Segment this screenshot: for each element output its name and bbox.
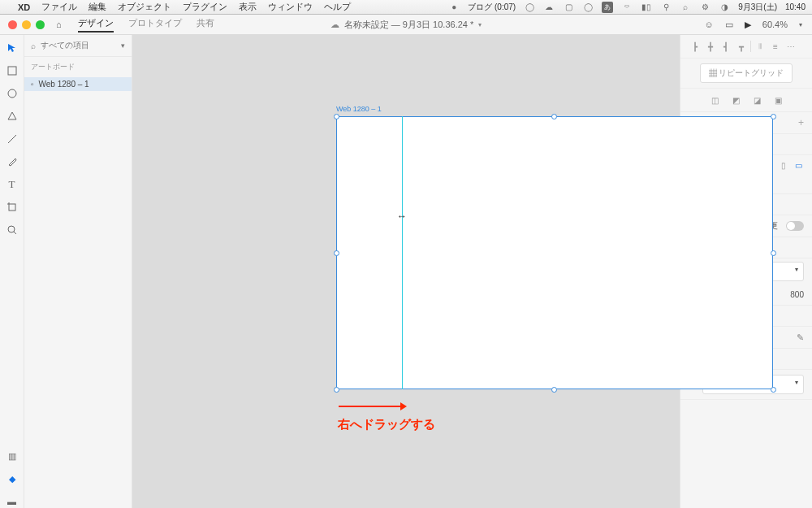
zoom-window-icon[interactable] xyxy=(36,20,45,29)
play-preview-icon[interactable]: ▶ xyxy=(745,20,751,30)
eyedropper-icon[interactable]: ✎ xyxy=(797,332,804,343)
menubar-time[interactable]: 10:40 xyxy=(785,2,806,11)
svg-point-6 xyxy=(8,226,15,232)
circle-icon[interactable]: ◯ xyxy=(582,2,594,13)
line-tool-icon[interactable] xyxy=(6,132,19,145)
align-right-icon[interactable]: ┫ xyxy=(719,40,732,53)
layer-item-web1280[interactable]: ▫ Web 1280 – 1 xyxy=(24,77,132,91)
zoom-level[interactable]: 60.4% xyxy=(762,20,788,29)
tool-strip: T ▥ ◆ ▬ xyxy=(0,35,24,508)
tab-design[interactable]: デザイン xyxy=(78,17,114,33)
layers-panel-icon[interactable]: ◆ xyxy=(6,472,19,485)
add-component-icon[interactable]: + xyxy=(798,117,804,128)
chevron-down-icon[interactable]: ▾ xyxy=(121,41,125,50)
align-top-icon[interactable]: ┳ xyxy=(735,40,748,53)
resize-handle-sw[interactable] xyxy=(334,387,339,393)
svg-line-2 xyxy=(8,135,16,143)
plugins-panel-icon[interactable]: ▬ xyxy=(6,495,19,508)
window-controls[interactable] xyxy=(0,20,45,29)
search-placeholder: すべての項目 xyxy=(41,40,89,51)
profile-icon[interactable]: ☺ xyxy=(705,20,714,29)
blog-timer[interactable]: ブログ (0:07) xyxy=(468,2,516,13)
document-title[interactable]: 名称未設定 — 9月3日 10.36.24 * xyxy=(344,19,474,31)
svg-rect-0 xyxy=(8,67,16,75)
menu-view[interactable]: 表示 xyxy=(239,1,257,13)
wifi-icon[interactable]: ⚲ xyxy=(660,2,672,13)
intersect-icon[interactable]: ◪ xyxy=(750,93,763,106)
layer-search[interactable]: ⌕ すべての項目 ▾ xyxy=(24,35,132,57)
input-icon[interactable]: あ xyxy=(602,2,613,13)
menu-help[interactable]: ヘルプ xyxy=(324,1,351,13)
polygon-tool-icon[interactable] xyxy=(6,110,19,123)
chevron-down-icon: ▾ xyxy=(795,266,798,277)
portrait-icon[interactable]: ▯ xyxy=(778,158,788,172)
artboard-tool-icon[interactable] xyxy=(6,201,19,214)
select-tool-icon[interactable] xyxy=(6,41,19,54)
distribute-v-icon[interactable]: ≡ xyxy=(769,40,782,53)
dropdown-chevron-icon[interactable]: ▾ xyxy=(478,21,482,28)
landscape-icon[interactable]: ▭ xyxy=(793,158,804,172)
zoom-chevron-icon[interactable]: ▾ xyxy=(799,21,802,28)
resize-handle-ne[interactable] xyxy=(771,114,776,119)
menu-edit[interactable]: 編集 xyxy=(89,1,106,13)
minimize-window-icon[interactable] xyxy=(22,20,31,29)
search-icon[interactable]: ⌕ xyxy=(680,2,691,13)
control-center-icon[interactable]: ⚙ xyxy=(699,2,710,13)
cloud-sync-icon: ☁ xyxy=(330,20,339,30)
cloud-icon[interactable]: ☁ xyxy=(543,2,555,13)
repeat-grid-button[interactable]: ▦ リピートグリッド xyxy=(700,63,793,83)
mobile-preview-icon[interactable]: ▭ xyxy=(725,20,733,30)
close-window-icon[interactable] xyxy=(8,20,17,29)
menu-plugin[interactable]: プラグイン xyxy=(183,1,227,13)
viewport-height-value[interactable]: 800 xyxy=(790,290,804,299)
menubar-date[interactable]: 9月3日(土) xyxy=(738,2,777,13)
home-icon[interactable]: ⌂ xyxy=(56,20,62,29)
artboard-icon: ▫ xyxy=(31,80,34,89)
tab-prototype[interactable]: プロトタイプ xyxy=(128,17,182,33)
vertical-guide[interactable] xyxy=(402,116,403,389)
siri-icon[interactable]: ◑ xyxy=(719,2,730,13)
status-icon-1[interactable]: ◯ xyxy=(524,2,535,13)
bluetooth-icon[interactable]: ⌔ xyxy=(621,2,633,13)
zoom-tool-icon[interactable] xyxy=(6,224,19,237)
align-more-icon[interactable]: ⋯ xyxy=(784,40,797,53)
grid-icon: ▦ xyxy=(709,68,717,77)
artboards-section-label: アートボード xyxy=(24,57,132,77)
annotation-arrow-icon xyxy=(339,401,407,412)
tab-share[interactable]: 共有 xyxy=(197,17,214,33)
svg-point-1 xyxy=(8,89,16,98)
libraries-icon[interactable]: ▥ xyxy=(6,449,19,462)
status-dot-icon: ● xyxy=(448,2,460,13)
resize-handle-s[interactable] xyxy=(551,387,557,393)
artboard-title[interactable]: Web 1280 – 1 xyxy=(336,105,382,113)
text-tool-icon[interactable]: T xyxy=(6,178,19,191)
layers-panel: ⌕ すべての項目 ▾ アートボード ▫ Web 1280 – 1 xyxy=(24,35,132,508)
exclude-icon[interactable]: ▣ xyxy=(771,93,784,106)
battery-icon[interactable]: ▮▯ xyxy=(641,2,652,13)
rectangle-tool-icon[interactable] xyxy=(6,64,19,77)
drag-cursor-icon: ↔ xyxy=(397,211,407,222)
align-center-h-icon[interactable]: ╋ xyxy=(704,40,717,53)
resize-handle-e[interactable] xyxy=(771,250,776,256)
responsive-toggle[interactable] xyxy=(786,221,804,231)
layer-label: Web 1280 – 1 xyxy=(39,80,89,89)
app-name[interactable]: XD xyxy=(18,2,30,12)
ellipse-tool-icon[interactable] xyxy=(6,87,19,100)
resize-handle-w[interactable] xyxy=(334,250,339,256)
distribute-h-icon[interactable]: ⫴ xyxy=(754,40,767,53)
box-icon[interactable]: ▢ xyxy=(563,2,574,13)
resize-handle-n[interactable] xyxy=(551,114,557,119)
menu-file[interactable]: ファイル xyxy=(41,1,77,13)
resize-handle-se[interactable] xyxy=(771,387,776,393)
align-row: ┣ ╋ ┫ ┳ ⫴ ≡ ⋯ xyxy=(680,35,812,59)
canvas[interactable]: Web 1280 – 1 ↔ 右へドラッグする xyxy=(132,35,680,508)
pen-tool-icon[interactable] xyxy=(6,155,19,168)
union-icon[interactable]: ◫ xyxy=(708,93,721,106)
menu-object[interactable]: オブジェクト xyxy=(118,1,171,13)
subtract-icon[interactable]: ◩ xyxy=(729,93,742,106)
menu-window[interactable]: ウィンドウ xyxy=(268,1,313,13)
resize-handle-nw[interactable] xyxy=(334,114,339,119)
search-icon: ⌕ xyxy=(31,41,36,50)
macos-menubar: XD ファイル 編集 オブジェクト プラグイン 表示 ウィンドウ ヘルプ ● ブ… xyxy=(0,0,812,15)
align-left-icon[interactable]: ┣ xyxy=(689,40,702,53)
